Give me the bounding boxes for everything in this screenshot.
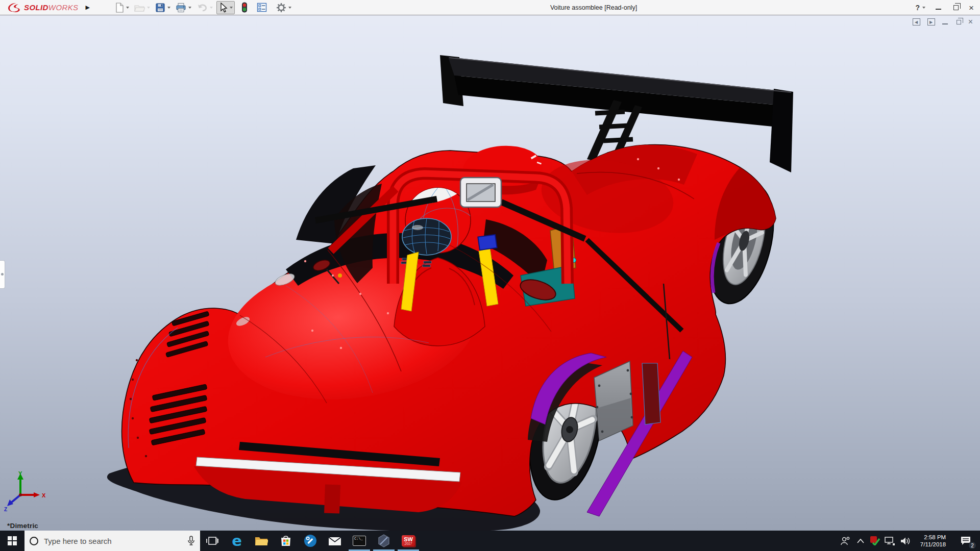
select-tool-button[interactable]	[216, 1, 235, 14]
minimize-button[interactable]	[936, 9, 941, 10]
undo-dropdown[interactable]	[210, 7, 213, 9]
start-button[interactable]	[0, 531, 24, 551]
close-button[interactable]: ×	[969, 4, 974, 12]
edge-button[interactable]: e	[225, 531, 249, 551]
taskbar: e	[0, 531, 980, 551]
edge-icon: e	[232, 534, 242, 548]
people-button[interactable]	[837, 531, 853, 551]
tile-right-pane-button[interactable]: ▶	[927, 18, 935, 26]
network-icon	[885, 537, 895, 545]
notification-badge: 2	[968, 541, 976, 549]
show-hidden-icons-button[interactable]	[853, 531, 868, 551]
open-button[interactable]	[133, 2, 152, 14]
document-window-controls: ◀ ▶ ×	[913, 18, 973, 26]
microphone-icon[interactable]	[187, 536, 195, 546]
standard-toolbar	[113, 1, 293, 14]
volume-button[interactable]	[897, 531, 914, 551]
task-view-icon	[206, 535, 218, 546]
clock-date: 7/11/2018	[920, 541, 946, 547]
solidworks-2017-icon: SW 2017	[402, 535, 415, 546]
options-button[interactable]	[275, 2, 293, 14]
clock-time: 2:58 PM	[924, 534, 946, 540]
select-dropdown[interactable]	[230, 7, 233, 9]
options-dropdown[interactable]	[288, 7, 291, 9]
save-button[interactable]	[154, 2, 172, 14]
graphics-viewport[interactable]: ◀ ▶ ×	[0, 15, 980, 531]
print-dropdown[interactable]	[188, 7, 191, 9]
select-cursor-icon	[218, 3, 228, 13]
triad-x-label: X	[42, 492, 46, 498]
speaker-icon	[900, 537, 911, 545]
tile-left-pane-button[interactable]: ◀	[913, 18, 920, 26]
door-recess	[642, 363, 660, 424]
save-icon	[155, 3, 165, 13]
3d-model-car	[0, 15, 980, 531]
file-properties-button[interactable]	[255, 2, 268, 13]
store-icon	[280, 535, 292, 547]
search-input[interactable]	[43, 536, 183, 546]
rebuild-button[interactable]	[240, 1, 249, 14]
harness-buckle	[478, 235, 497, 250]
task-view-button[interactable]	[200, 531, 225, 551]
solidworks-taskbar-button[interactable]: SW 2017	[396, 531, 421, 551]
new-document-button[interactable]	[113, 2, 131, 14]
command-prompt-icon: C:\_	[353, 536, 366, 546]
open-dropdown[interactable]	[147, 7, 150, 9]
taskbar-apps: e	[200, 531, 421, 551]
mail-icon	[328, 536, 341, 546]
ds-logo-icon	[6, 2, 21, 13]
print-icon	[176, 3, 186, 13]
file-explorer-icon	[255, 535, 268, 546]
command-prompt-button[interactable]: C:\_	[347, 531, 372, 551]
chevron-up-icon	[857, 539, 864, 543]
windows-logo-icon	[8, 536, 17, 545]
properties-list-icon	[257, 3, 267, 12]
undo-button[interactable]	[195, 2, 214, 14]
feature-panel-collapsed-tab[interactable]	[0, 260, 5, 289]
system-tray: 2:58 PM 7/11/2018 2	[837, 531, 980, 551]
document-restore-button[interactable]	[957, 20, 961, 24]
window-title: Voiture assomblee [Read-only]	[550, 0, 637, 15]
network-button[interactable]	[882, 531, 897, 551]
solidworks-logo: SOLIDWORKS ▶	[0, 2, 90, 13]
reference-triad: Y X Z	[3, 470, 49, 511]
restore-button[interactable]	[953, 5, 959, 10]
wrench-circle-icon	[304, 534, 317, 547]
taskbar-search[interactable]	[24, 531, 200, 551]
solidworks-tray-icon	[870, 536, 880, 545]
document-close-button[interactable]: ×	[968, 18, 973, 26]
help-button[interactable]: ?	[916, 4, 926, 12]
view-orientation-label: *Dimetric	[7, 522, 38, 530]
titlebar: SOLIDWORKS ▶	[0, 0, 980, 15]
mail-button[interactable]	[323, 531, 347, 551]
clock[interactable]: 2:58 PM 7/11/2018	[914, 531, 954, 551]
save-dropdown[interactable]	[167, 7, 170, 9]
print-button[interactable]	[174, 2, 193, 14]
triad-y-label: Y	[18, 470, 22, 477]
document-minimize-button[interactable]	[942, 23, 948, 24]
open-icon	[134, 3, 145, 13]
settings-wrench-button[interactable]	[298, 531, 323, 551]
flyout-arrow-icon[interactable]: ▶	[86, 4, 90, 11]
action-center-button[interactable]: 2	[954, 531, 977, 551]
hexagon-app-icon	[377, 534, 390, 547]
new-document-icon	[115, 3, 124, 13]
gear-icon	[276, 3, 286, 13]
undo-icon	[197, 3, 208, 13]
help-dropdown[interactable]	[922, 7, 925, 9]
stoplight-icon	[241, 2, 248, 13]
new-document-dropdown[interactable]	[126, 7, 129, 9]
brand-text: SOLIDWORKS	[24, 3, 79, 12]
people-icon	[840, 536, 850, 545]
cad-utility-button[interactable]	[372, 531, 396, 551]
panel-tab-dot	[1, 273, 4, 276]
store-button[interactable]	[274, 531, 298, 551]
window-controls: ? ×	[916, 0, 974, 15]
cortana-icon	[30, 537, 38, 545]
file-explorer-button[interactable]	[249, 531, 274, 551]
triad-z-label: Z	[4, 507, 7, 511]
solidworks-tray-button[interactable]	[868, 531, 882, 551]
